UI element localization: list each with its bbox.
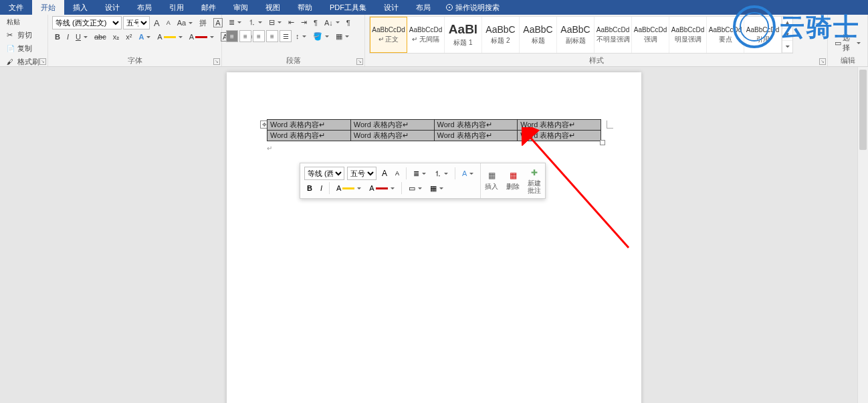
- cut-button[interactable]: 剪切: [4, 29, 42, 42]
- mini-bold[interactable]: B: [304, 183, 315, 193]
- tab-layout[interactable]: 布局: [128, 0, 160, 15]
- style-item[interactable]: AaBl标题 1: [445, 17, 482, 53]
- strike-button[interactable]: abc: [92, 31, 109, 42]
- align-right-button[interactable]: ≡: [253, 30, 265, 42]
- mini-font-color[interactable]: A: [366, 183, 397, 193]
- tab-mailings[interactable]: 邮件: [193, 0, 225, 15]
- borders-button[interactable]: ▦: [333, 31, 352, 42]
- mini-bullets[interactable]: ≣: [411, 168, 429, 179]
- table-cell[interactable]: Word 表格内容↵: [267, 131, 351, 141]
- table-cell[interactable]: Word 表格内容↵: [267, 120, 351, 131]
- style-item[interactable]: AaBbCcDd要点: [707, 17, 744, 53]
- document-table[interactable]: Word 表格内容↵ Word 表格内容↵ Word 表格内容↵ Word 表格…: [267, 119, 601, 141]
- mini-borders[interactable]: ▦: [427, 183, 446, 194]
- style-item[interactable]: AaBbCcDd引用: [744, 17, 782, 53]
- style-item[interactable]: AaBbCcDd↵ 无间隔: [407, 17, 445, 53]
- style-gallery[interactable]: AaBbCcDd↵ 正文AaBbCcDd↵ 无间隔AaBl标题 1AaBbC标题…: [369, 16, 793, 54]
- page-corner-mark: [607, 120, 613, 129]
- tab-design[interactable]: 设计: [96, 0, 128, 15]
- show-marks-button[interactable]: ¶: [344, 17, 353, 28]
- subscript-button[interactable]: x₂: [110, 31, 122, 43]
- shading-button[interactable]: 🪣: [310, 31, 332, 42]
- underline-button[interactable]: U: [73, 31, 90, 42]
- style-item[interactable]: AaBbCcDd明显强调: [669, 17, 707, 53]
- table-row[interactable]: Word 表格内容↵ Word 表格内容↵ Word 表格内容↵ Word 表格…: [267, 120, 601, 131]
- mini-numbering[interactable]: ⒈: [431, 167, 451, 180]
- tab-table-design[interactable]: 设计: [375, 0, 407, 15]
- line-spacing-button[interactable]: ↕: [293, 31, 309, 42]
- tab-home[interactable]: 开始: [32, 0, 64, 15]
- multilevel-button[interactable]: ⊟: [266, 17, 284, 28]
- grow-font-button[interactable]: A: [151, 17, 162, 29]
- ltr-button[interactable]: ¶: [311, 17, 320, 28]
- select-button[interactable]: ▭ 选择: [832, 31, 863, 54]
- align-justify-button[interactable]: ≡: [266, 30, 278, 42]
- scroll-thumb[interactable]: [859, 70, 867, 150]
- bold-button[interactable]: B: [52, 31, 63, 42]
- mini-styles[interactable]: A: [459, 168, 476, 179]
- style-item[interactable]: AaBbC副标题: [557, 17, 594, 53]
- style-preview: AaBbC: [560, 24, 590, 35]
- indent-increase-button[interactable]: ⇥: [298, 17, 310, 28]
- style-item[interactable]: AaBbCcDd强调: [632, 17, 669, 53]
- mini-grow-font[interactable]: A: [379, 167, 390, 179]
- insert-table-icon: ▦: [486, 170, 497, 181]
- tab-review[interactable]: 审阅: [225, 0, 257, 15]
- font-launcher[interactable]: ↘: [213, 58, 220, 65]
- align-center-button[interactable]: ≡: [239, 30, 251, 42]
- tab-insert[interactable]: 插入: [64, 0, 96, 15]
- table-cell[interactable]: Word 表格内容↵: [350, 131, 434, 141]
- table-resize-handle[interactable]: [600, 140, 605, 145]
- table-cell[interactable]: Word 表格内容↵: [518, 131, 601, 141]
- sort-button[interactable]: A↓: [322, 17, 342, 28]
- align-left-button[interactable]: ≡: [226, 30, 238, 42]
- mini-shrink-font[interactable]: A: [393, 169, 402, 178]
- mini-font-name[interactable]: 等线 (西: [304, 167, 344, 180]
- highlight-button[interactable]: A: [154, 31, 185, 42]
- mini-font-size[interactable]: 五号: [347, 167, 376, 180]
- mini-delete-button[interactable]: ▦ 删除: [502, 163, 524, 198]
- font-size-select[interactable]: 五号: [123, 16, 150, 29]
- tab-view[interactable]: 视图: [257, 0, 289, 15]
- style-item[interactable]: AaBbC标题: [520, 17, 557, 53]
- table-cell[interactable]: Word 表格内容↵: [350, 120, 434, 131]
- font-name-select[interactable]: 等线 (西文正文): [52, 16, 122, 29]
- tell-me-search[interactable]: 操作说明搜索: [439, 0, 506, 15]
- mini-italic[interactable]: I: [318, 183, 325, 193]
- table-cell[interactable]: Word 表格内容↵: [434, 120, 518, 131]
- vertical-scrollbar[interactable]: [857, 67, 868, 403]
- table-cell[interactable]: Word 表格内容↵: [434, 131, 518, 141]
- paragraph-launcher[interactable]: ↘: [356, 58, 363, 65]
- mini-new-comment-button[interactable]: ✚ 新建批注: [524, 163, 545, 198]
- change-case-button[interactable]: Aa: [175, 17, 195, 28]
- distribute-button[interactable]: ☰: [280, 30, 292, 42]
- superscript-button[interactable]: x²: [123, 31, 134, 42]
- phonetic-guide-button[interactable]: 拼: [197, 17, 209, 29]
- italic-button[interactable]: I: [64, 31, 72, 42]
- tab-file[interactable]: 文件: [0, 0, 32, 15]
- tab-references[interactable]: 引用: [160, 0, 193, 15]
- numbering-button[interactable]: ⒈: [245, 16, 265, 29]
- table-cell[interactable]: Word 表格内容↵: [518, 120, 601, 131]
- text-effects-button[interactable]: A: [136, 31, 153, 42]
- tab-pdftool[interactable]: PDF工具集: [321, 0, 375, 15]
- styles-launcher[interactable]: ↘: [819, 58, 826, 65]
- style-item[interactable]: AaBbCcDd不明显强调: [594, 17, 632, 53]
- tab-help[interactable]: 帮助: [289, 0, 321, 15]
- bullets-button[interactable]: ≣: [226, 17, 244, 28]
- mini-highlight[interactable]: A: [334, 183, 364, 193]
- style-item[interactable]: AaBbCcDd↵ 正文: [370, 17, 407, 53]
- clipboard-launcher[interactable]: ↘: [39, 58, 46, 65]
- paste-button[interactable]: 粘贴: [4, 16, 42, 28]
- indent-decrease-button[interactable]: ⇤: [286, 17, 297, 28]
- style-item[interactable]: AaBbC标题 2: [482, 17, 520, 53]
- font-color-button[interactable]: A: [187, 31, 217, 42]
- style-gallery-more[interactable]: ▲▼⏷: [782, 17, 792, 53]
- shrink-font-button[interactable]: A: [164, 18, 173, 27]
- copy-button[interactable]: 复制: [4, 42, 42, 55]
- document-page[interactable]: ✥ Word 表格内容↵ Word 表格内容↵ Word 表格内容↵ Word …: [227, 72, 641, 403]
- tab-table-layout[interactable]: 布局: [407, 0, 439, 15]
- mini-insert-button[interactable]: ▦ 插入: [481, 163, 502, 198]
- mini-shading[interactable]: ▭: [406, 183, 425, 194]
- table-row[interactable]: Word 表格内容↵ Word 表格内容↵ Word 表格内容↵ Word 表格…: [267, 131, 601, 141]
